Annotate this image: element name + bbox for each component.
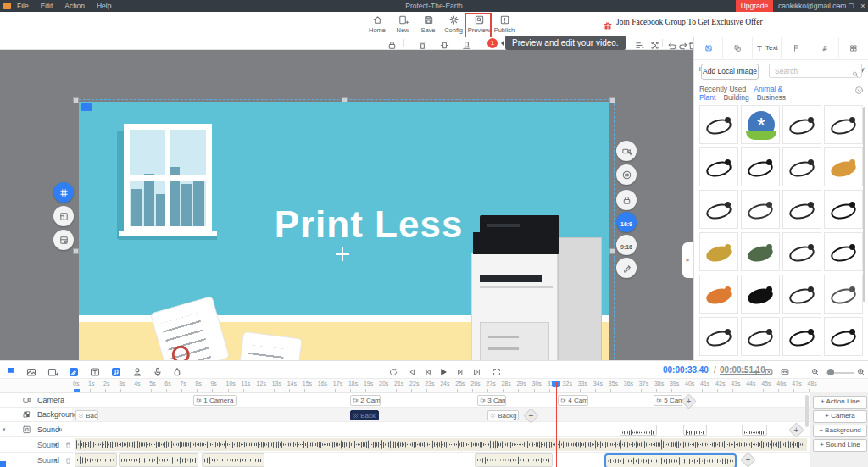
thumbnail-starfish-sketch[interactable] (699, 317, 738, 356)
camera-segment[interactable]: 4 Cam (558, 395, 588, 406)
sound-clip[interactable] (75, 453, 117, 467)
minimize-button[interactable]: – (832, 0, 844, 12)
resize-handle[interactable] (609, 248, 615, 254)
thumbnail-giraffe[interactable] (824, 147, 863, 186)
thumbnail-fish-sketch[interactable] (699, 105, 738, 144)
scene-flag-button[interactable] (5, 364, 17, 379)
next-frame-button[interactable] (456, 364, 466, 379)
rotate-camera-button[interactable] (616, 164, 637, 185)
character-button[interactable] (131, 364, 143, 379)
close-button[interactable]: × (857, 0, 868, 12)
previous-frame-button[interactable] (422, 364, 432, 379)
lock-button[interactable] (616, 190, 637, 210)
skip-to-start-button[interactable] (406, 364, 416, 379)
edit-button[interactable] (616, 258, 637, 278)
tab-text[interactable]: Text (753, 37, 782, 58)
panel-scrollbar[interactable] (863, 107, 865, 302)
sound-clip-selected[interactable] (604, 453, 737, 467)
thumbnail-elephant-sketch[interactable] (824, 275, 863, 314)
fullscreen-preview-button[interactable] (492, 364, 502, 379)
category-recently-used[interactable]: Recently Used (699, 85, 746, 93)
new-button[interactable]: New (390, 14, 415, 34)
timeline-ruler[interactable]: 0s1s2s3s4s5s6s7s8s9s10s11s12s13s14s15s16… (0, 379, 868, 392)
thumbnail-crab-sketch[interactable] (699, 190, 738, 229)
home-button[interactable]: Home (364, 14, 390, 34)
delete-track-button[interactable] (64, 455, 72, 464)
thumbnail-zebra-sketch[interactable] (782, 232, 821, 271)
ratio-9-16-button[interactable]: 9:16 (616, 235, 637, 255)
sound-clip[interactable] (683, 425, 707, 436)
thumbnail-camel-sketch[interactable] (782, 147, 821, 186)
mute-button[interactable] (56, 425, 64, 434)
config-button[interactable]: Config (441, 14, 466, 34)
add-scene-button[interactable] (47, 364, 58, 379)
resize-handle[interactable] (73, 248, 79, 254)
camera-segment[interactable]: 5 Cam (654, 395, 682, 406)
ink-style-button[interactable] (171, 364, 183, 379)
resize-handle[interactable] (73, 97, 79, 103)
add-camera-button[interactable]: + Camera (813, 410, 867, 423)
text-box-button[interactable] (89, 364, 101, 379)
thumbnail-mouse-sketch[interactable] (782, 317, 821, 356)
thumbnail-hippo-sketch[interactable] (824, 105, 863, 144)
hide-screen-button[interactable] (764, 364, 774, 379)
tab-sound[interactable]: Sound (810, 37, 839, 58)
animation-effects-button[interactable] (68, 364, 80, 379)
add-music-button[interactable] (110, 364, 122, 379)
add-background-button[interactable]: + Background (813, 425, 867, 437)
sound-strip[interactable] (75, 438, 807, 451)
replay-button[interactable] (388, 364, 398, 379)
thumbnail-cheetah[interactable] (699, 232, 738, 271)
play-button[interactable] (437, 364, 449, 379)
add-action-line-button[interactable]: + Action Line (813, 396, 867, 409)
thumbnail-kiwi-bird-sketch[interactable] (824, 232, 863, 271)
thumbnail-squirrel-sketch[interactable] (699, 147, 738, 186)
tab-library[interactable]: Library (840, 37, 868, 58)
storyboard-button[interactable] (53, 206, 74, 226)
scene-canvas[interactable]: Print Less (79, 102, 609, 398)
thumbnail-octopus-sketch[interactable] (782, 105, 821, 144)
playhead-line[interactable] (556, 382, 557, 467)
zoom-out-button[interactable] (810, 364, 821, 379)
plus-button[interactable] (751, 364, 761, 379)
add-local-image-button[interactable]: Add Local Image (701, 64, 759, 80)
scene-button[interactable] (25, 364, 37, 379)
thumbnail-beetle-sketch[interactable] (824, 317, 863, 356)
scene-window[interactable] (124, 124, 212, 232)
sound-clip[interactable] (202, 453, 264, 467)
save-button[interactable]: Save (415, 14, 441, 34)
minus-button[interactable] (739, 364, 749, 379)
thumbnail-eagle-head-sketch[interactable] (741, 317, 780, 356)
resize-handle[interactable] (609, 97, 615, 103)
camera-segment[interactable]: 1 Camera Ef (193, 395, 237, 406)
thumbnail-shark-sketch[interactable] (782, 190, 821, 229)
add-camera-button[interactable] (616, 141, 637, 161)
ratio-16-9-button[interactable]: 16:9 (616, 212, 637, 232)
tracks-scrollbar[interactable] (805, 395, 809, 427)
sound-clip[interactable] (742, 425, 767, 436)
mute-button[interactable] (53, 455, 61, 464)
thumbnail-goat-sketch[interactable] (824, 190, 863, 229)
thumbnail-fox[interactable] (699, 275, 738, 314)
camera-segment[interactable]: 3 Cam (477, 395, 506, 406)
upgrade-button[interactable]: Upgrade (736, 0, 773, 12)
thumbnail-panther-silhouette[interactable] (741, 275, 780, 314)
background-segment-selected[interactable]: Back (350, 410, 379, 420)
mute-button[interactable] (53, 440, 61, 449)
thumbnail-polar-bear-sketch[interactable] (741, 190, 780, 229)
background-segment[interactable]: Backg (75, 410, 98, 420)
scene-title-text[interactable]: Print Less (267, 203, 470, 246)
search-input[interactable] (769, 64, 862, 78)
thumbnail-ladybug-sketch[interactable] (741, 147, 780, 186)
thumbnail-bass-fish-sketch[interactable] (782, 275, 821, 314)
zoom-slider-thumb[interactable] (827, 369, 834, 375)
thumbnail-daisy-flower[interactable]: * (741, 105, 780, 144)
tab-decoration[interactable]: Decoration (782, 37, 810, 58)
fit-width-button[interactable] (780, 364, 790, 379)
sound-clip[interactable] (119, 453, 198, 467)
facebook-offer-link[interactable]: Join Facebook Group To Get Exclusive Off… (616, 18, 763, 26)
record-voice-button[interactable] (152, 364, 164, 379)
storyboard-settings-button[interactable] (53, 230, 74, 250)
grid-button[interactable] (53, 182, 74, 203)
background-segment[interactable]: Backg (487, 410, 519, 420)
